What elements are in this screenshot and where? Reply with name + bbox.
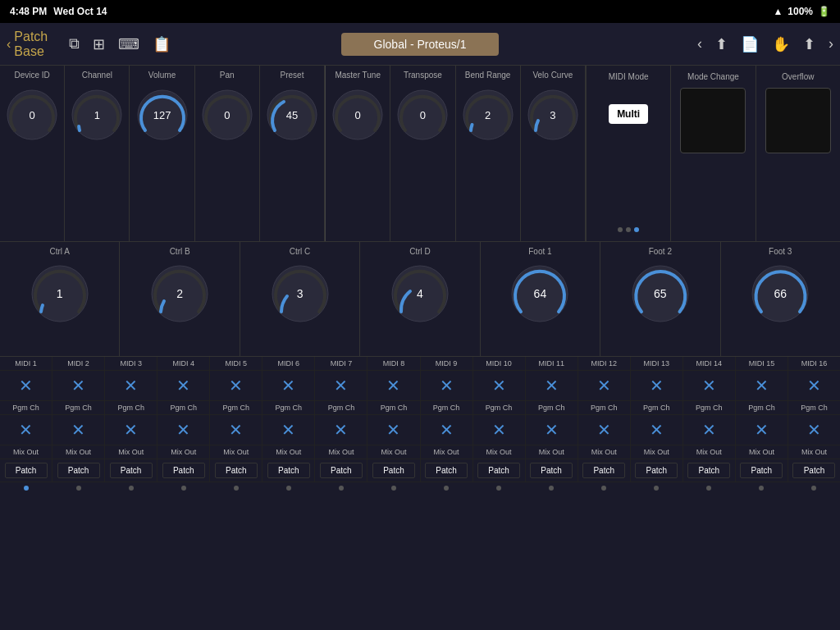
patch-7-button[interactable]: Patch xyxy=(320,463,363,478)
patch-6-button[interactable]: Patch xyxy=(267,463,310,478)
volume-knob[interactable]: 127 xyxy=(134,86,191,144)
patch-14-cell[interactable]: Patch xyxy=(683,459,736,482)
master-tune-knob[interactable]: 0 xyxy=(329,86,386,144)
patch-5-cell[interactable]: Patch xyxy=(210,459,262,482)
pgm-10-x[interactable]: ✕ xyxy=(473,415,526,445)
midi-7-x[interactable]: ✕ xyxy=(315,371,368,400)
patch-10-cell[interactable]: Patch xyxy=(473,459,526,482)
patch-11-cell[interactable]: Patch xyxy=(526,459,578,482)
midi-3-x[interactable]: ✕ xyxy=(105,371,158,400)
patch-1-cell[interactable]: Patch xyxy=(0,459,52,482)
patch-9-cell[interactable]: Patch xyxy=(421,459,473,482)
patch-10-button[interactable]: Patch xyxy=(477,463,520,478)
patch-16-button[interactable]: Patch xyxy=(792,463,835,478)
preset-knob[interactable]: 45 xyxy=(263,86,321,144)
doc-icon[interactable]: 📋 xyxy=(153,35,171,53)
midi-10-x[interactable]: ✕ xyxy=(473,371,526,400)
ctrl-b-group: Ctrl B 2 xyxy=(120,242,240,356)
patch-7-cell[interactable]: Patch xyxy=(315,459,368,482)
ctrl-c-knob[interactable]: 3 xyxy=(267,261,333,326)
pgm-4-x[interactable]: ✕ xyxy=(158,415,210,445)
pgm-6-x[interactable]: ✕ xyxy=(262,415,315,445)
pgm-11-x[interactable]: ✕ xyxy=(526,415,578,445)
patch-3-cell[interactable]: Patch xyxy=(105,459,158,482)
patch-2-button[interactable]: Patch xyxy=(57,463,100,478)
velo-curve-knob[interactable]: 3 xyxy=(524,86,582,144)
mode-change-box[interactable] xyxy=(680,88,746,153)
bottom-dot-1[interactable] xyxy=(24,486,29,491)
patch-4-cell[interactable]: Patch xyxy=(158,459,210,482)
window-icon[interactable]: ⧉ xyxy=(69,35,80,52)
nav-hand-icon[interactable]: ✋ xyxy=(772,35,790,53)
pgm-3-x[interactable]: ✕ xyxy=(105,415,158,445)
bottom-dot-13 xyxy=(654,486,659,491)
patch-16-cell[interactable]: Patch xyxy=(788,459,840,482)
patch-6-cell[interactable]: Patch xyxy=(262,459,315,482)
patch-15-cell[interactable]: Patch xyxy=(736,459,788,482)
patch-13-button[interactable]: Patch xyxy=(635,463,678,478)
pan-knob[interactable]: 0 xyxy=(199,86,256,144)
midi-8-x[interactable]: ✕ xyxy=(368,371,420,400)
bend-range-knob[interactable]: 2 xyxy=(459,86,517,144)
nav-share-icon[interactable]: ⬆ xyxy=(803,35,815,53)
pgm-2-x[interactable]: ✕ xyxy=(52,415,105,445)
midi-5-x[interactable]: ✕ xyxy=(210,371,262,400)
channel-knob[interactable]: 1 xyxy=(68,86,126,144)
pgm-12-x[interactable]: ✕ xyxy=(578,415,631,445)
patch-15-button[interactable]: Patch xyxy=(740,463,783,478)
patch-14-button[interactable]: Patch xyxy=(687,463,730,478)
device-id-knob[interactable]: 0 xyxy=(3,86,61,144)
nav-next-icon[interactable]: › xyxy=(829,35,833,52)
midi-15-x[interactable]: ✕ xyxy=(736,371,788,400)
back-button[interactable]: ‹ Patch Base xyxy=(7,30,52,59)
dot3 xyxy=(634,227,639,232)
pgm-14-x[interactable]: ✕ xyxy=(683,415,736,445)
midi-4-x[interactable]: ✕ xyxy=(158,371,210,400)
midi-6-x[interactable]: ✕ xyxy=(262,371,315,400)
midi-12-x[interactable]: ✕ xyxy=(578,371,631,400)
patch-13-cell[interactable]: Patch xyxy=(631,459,683,482)
ctrl-d-knob[interactable]: 4 xyxy=(387,261,453,326)
midi-11-x[interactable]: ✕ xyxy=(526,371,578,400)
ctrl-a-knob[interactable]: 1 xyxy=(27,261,93,326)
patch-12-button[interactable]: Patch xyxy=(582,463,625,478)
control-channel: Channel 1 xyxy=(65,66,130,241)
midi-1-x[interactable]: ✕ xyxy=(0,371,52,400)
grid-icon[interactable]: ⊞ xyxy=(93,35,105,53)
foot-2-knob[interactable]: 65 xyxy=(628,261,693,326)
patch-5-button[interactable]: Patch xyxy=(215,463,258,478)
midi-14-x[interactable]: ✕ xyxy=(683,371,736,400)
keyboard-icon[interactable]: ⌨ xyxy=(118,35,139,53)
control-device-id: Device ID 0 xyxy=(0,66,65,241)
midi-2-x[interactable]: ✕ xyxy=(52,371,105,400)
patch-4-button[interactable]: Patch xyxy=(162,463,205,478)
patch-2-cell[interactable]: Patch xyxy=(52,459,105,482)
patch-8-button[interactable]: Patch xyxy=(372,463,415,478)
foot-1-knob[interactable]: 64 xyxy=(507,261,573,326)
pgm-16-x[interactable]: ✕ xyxy=(788,415,840,445)
pgm-15-x[interactable]: ✕ xyxy=(736,415,788,445)
pgm-7-x[interactable]: ✕ xyxy=(315,415,368,445)
foot-3-knob[interactable]: 66 xyxy=(747,261,813,326)
midi-16-x[interactable]: ✕ xyxy=(788,371,840,400)
pgm-1-x[interactable]: ✕ xyxy=(0,415,52,445)
pgm-13-x[interactable]: ✕ xyxy=(631,415,683,445)
patch-12-cell[interactable]: Patch xyxy=(578,459,631,482)
midi-mode-button[interactable]: Multi xyxy=(609,104,648,124)
nav-prev-icon[interactable]: ‹ xyxy=(697,35,702,52)
transpose-knob[interactable]: 0 xyxy=(394,86,451,144)
nav-upload-icon[interactable]: ⬆ xyxy=(715,35,728,53)
midi-9-x[interactable]: ✕ xyxy=(421,371,473,400)
overflow-box[interactable] xyxy=(765,88,831,153)
pgm-5-x[interactable]: ✕ xyxy=(210,415,262,445)
pgm-9-x[interactable]: ✕ xyxy=(421,415,473,445)
patch-11-button[interactable]: Patch xyxy=(530,463,573,478)
patch-3-button[interactable]: Patch xyxy=(110,463,153,478)
ctrl-b-knob[interactable]: 2 xyxy=(147,261,212,326)
patch-9-button[interactable]: Patch xyxy=(425,463,468,478)
patch-8-cell[interactable]: Patch xyxy=(368,459,420,482)
midi-13-x[interactable]: ✕ xyxy=(631,371,683,400)
patch-1-button[interactable]: Patch xyxy=(5,463,48,478)
pgm-8-x[interactable]: ✕ xyxy=(368,415,420,445)
nav-doc-icon[interactable]: 📄 xyxy=(741,35,759,53)
